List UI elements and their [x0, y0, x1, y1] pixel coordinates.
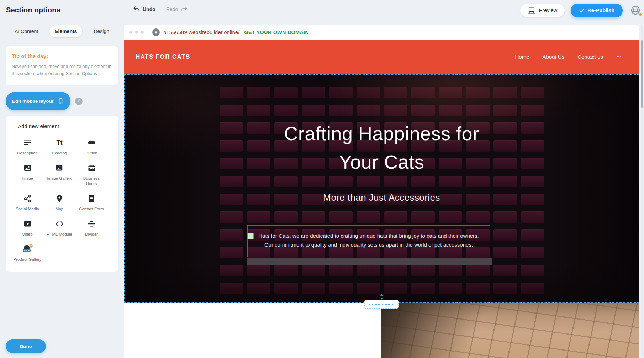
- add-element-video[interactable]: Video: [11, 219, 43, 237]
- language-globe-button[interactable]: [630, 5, 641, 16]
- notification-dot: [639, 13, 642, 16]
- code-icon: [55, 219, 64, 229]
- add-element-business-hours[interactable]: Business Hours: [75, 163, 107, 186]
- description-icon: [23, 138, 32, 148]
- browser-url: n1566589.websitebuilder.online/: [163, 29, 239, 35]
- tip-title: Tip of the day:: [12, 53, 112, 59]
- app-root: Section options Undo Redo Preview Re-Pub…: [0, 0, 644, 358]
- panel-tabs: AI Content Elements Design: [9, 25, 115, 38]
- republish-button[interactable]: Re-Publish: [571, 4, 623, 17]
- business-hours-icon: [87, 163, 96, 173]
- element-label: Divider: [85, 232, 98, 237]
- next-section: [124, 303, 639, 358]
- tab-design[interactable]: Design: [88, 25, 115, 37]
- element-label: Heading: [52, 151, 67, 156]
- window-dot: [135, 31, 138, 34]
- nav-contact-us[interactable]: Contact us: [577, 52, 604, 62]
- hero-subheading[interactable]: More than Just Accessories: [124, 192, 639, 203]
- add-element-image[interactable]: Image: [11, 163, 43, 186]
- button-icon: [87, 138, 96, 148]
- add-element-contact-form[interactable]: Contact Form: [75, 194, 107, 212]
- republish-label: Re-Publish: [587, 7, 614, 13]
- element-label: Description: [17, 151, 38, 156]
- topbar-actions: Preview Re-Publish: [520, 0, 641, 21]
- window-control-dots: [129, 31, 144, 34]
- hero-section[interactable]: Crafting Happiness for Your Cats More th…: [124, 74, 639, 303]
- edit-mobile-label: Edit mobile layout: [12, 99, 53, 104]
- get-your-own-domain-link[interactable]: GET YOUR OWN DOMAIN: [244, 30, 309, 35]
- phone-icon: [57, 98, 64, 105]
- site-nav: Home About Us Contact us ⋯: [514, 40, 623, 74]
- site-logo[interactable]: HATS FOR CATS: [136, 53, 190, 60]
- add-new-element-card: Add new element Description Tt Heading B…: [6, 116, 118, 272]
- check-icon: [579, 8, 584, 13]
- element-label: Social Media: [16, 206, 39, 212]
- site-viewport: HATS FOR CATS Home About Us Contact us ⋯…: [124, 40, 639, 358]
- hero-paragraph-line: Our commitment to quality and individual…: [248, 240, 490, 249]
- add-element-button[interactable]: Button: [75, 138, 107, 156]
- add-element-html-module[interactable]: HTML Module: [43, 219, 75, 237]
- add-element-heading[interactable]: Tt Heading: [43, 138, 75, 156]
- next-section-white-area: [124, 303, 381, 358]
- element-label: Map: [56, 206, 63, 212]
- add-element-divider[interactable]: Divider: [75, 219, 107, 237]
- undo-button[interactable]: Undo: [133, 6, 155, 12]
- tab-elements[interactable]: Elements: [49, 25, 82, 37]
- section-options-panel: AI Content Elements Design Tip of the da…: [0, 21, 124, 358]
- done-button[interactable]: Done: [6, 339, 46, 353]
- nav-home[interactable]: Home: [514, 52, 530, 62]
- nav-about-us[interactable]: About Us: [542, 52, 565, 62]
- resize-arrows-icon: [379, 294, 384, 300]
- element-resize-handle-left[interactable]: [247, 233, 254, 239]
- monitor-icon: [528, 7, 535, 14]
- hero-paragraph[interactable]: Hats for Cats, we are dedicated to craft…: [248, 231, 490, 249]
- heading-icon: Tt: [57, 138, 63, 148]
- mobile-layout-row: Edit mobile layout i: [6, 92, 118, 110]
- browser-chrome-bar: n1566589.websitebuilder.online/ GET YOUR…: [124, 25, 639, 40]
- add-element-title: Add new element: [18, 123, 107, 129]
- add-element-image-gallery[interactable]: Image Gallery: [43, 163, 75, 186]
- preview-button[interactable]: Preview: [520, 4, 565, 17]
- contact-form-icon: [87, 194, 96, 204]
- site-preview-frame: n1566589.websitebuilder.online/ GET YOUR…: [124, 25, 639, 358]
- hero-heading-line: Crafting Happiness for: [124, 119, 639, 148]
- add-element-description[interactable]: Description: [11, 138, 43, 156]
- undo-icon: [133, 6, 140, 12]
- element-label: Image: [22, 176, 33, 181]
- element-label: Button: [85, 151, 97, 156]
- divider-icon: [87, 219, 96, 229]
- info-icon[interactable]: i: [75, 98, 83, 105]
- hero-heading[interactable]: Crafting Happiness for Your Cats: [124, 119, 639, 176]
- image-gallery-icon: [55, 163, 64, 173]
- element-label: Product Gallery: [13, 257, 41, 262]
- page-title: Section options: [6, 6, 60, 14]
- social-media-icon: [23, 194, 32, 204]
- element-label: Video: [22, 232, 32, 237]
- add-element-social-media[interactable]: Social Media: [11, 194, 43, 212]
- redo-label: Redo: [166, 6, 178, 12]
- element-label: Contact Form: [79, 206, 104, 212]
- add-element-product-gallery[interactable]: SHOP Product Gallery: [11, 244, 43, 262]
- add-element-map[interactable]: Map: [43, 194, 75, 212]
- undo-label: Undo: [143, 6, 155, 12]
- hero-paragraph-line: Hats for Cats, we are dedicated to craft…: [248, 231, 490, 240]
- sidebar-divider: [6, 330, 115, 330]
- redo-button[interactable]: Redo: [166, 6, 188, 12]
- ssl-lock-icon: [152, 28, 160, 36]
- window-dot: [129, 31, 132, 34]
- edit-mobile-layout-button[interactable]: Edit mobile layout: [6, 92, 70, 110]
- preview-label: Preview: [539, 7, 558, 13]
- selected-text-element[interactable]: Hats for Cats, we are dedicated to craft…: [247, 225, 490, 257]
- element-label: HTML Module: [47, 232, 72, 237]
- element-ghost-bar: [247, 258, 492, 265]
- history-controls: Undo Redo: [133, 6, 188, 12]
- section-resize-handle[interactable]: [364, 300, 399, 309]
- nav-more-button[interactable]: ⋯: [616, 52, 623, 62]
- top-toolbar: Section options Undo Redo Preview Re-Pub…: [0, 0, 644, 21]
- scrollbar-thumb[interactable]: [641, 40, 643, 108]
- element-label: Business Hours: [77, 176, 106, 186]
- tip-body: Now you can add, move and resize any ele…: [12, 63, 112, 77]
- window-dot: [141, 31, 144, 34]
- tab-ai-content[interactable]: AI Content: [9, 25, 43, 37]
- map-pin-icon: [55, 194, 64, 204]
